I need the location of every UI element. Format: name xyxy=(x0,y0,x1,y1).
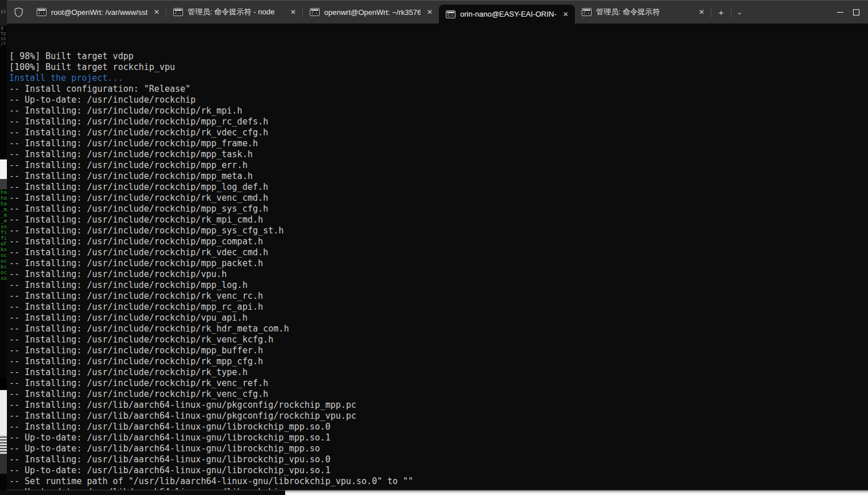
background-bottom-strip xyxy=(0,490,868,495)
terminal-line: -- Installing: /usr/include/rockchip/rk_… xyxy=(9,247,868,258)
terminal-line: -- Installing: /usr/include/rockchip/rk_… xyxy=(9,193,868,204)
terminal-line: -- Set runtime path of "/usr/lib/aarch64… xyxy=(9,476,868,487)
background-dark-window-edge xyxy=(0,490,285,495)
terminal-line: -- Installing: /usr/include/rockchip/rk_… xyxy=(9,356,868,367)
terminal-line: -- Installing: /usr/lib/aarch64-linux-gn… xyxy=(9,400,868,411)
minimize-icon xyxy=(837,12,843,13)
terminal-line: -- Up-to-date: /usr/lib/aarch64-linux-gn… xyxy=(9,465,868,476)
terminal-line: -- Install configuration: "Release" xyxy=(9,84,868,95)
terminal-line: [ 98%] Built target vdpp xyxy=(9,51,868,62)
background-text-fragment: ko xyxy=(0,247,7,252)
terminal-line: -- Installing: /usr/include/rockchip/rk_… xyxy=(9,378,868,389)
terminal-line: -- Installing: /usr/include/rockchip/mpp… xyxy=(9,280,868,291)
tab-root-openwrt[interactable]: C:\ root@OpenWrt: /var/www/sstv ✕ xyxy=(30,1,166,24)
terminal-line: -- Installing: /usr/include/rockchip/rk_… xyxy=(9,323,868,334)
background-text-fragment: ss xyxy=(0,36,7,41)
tab-close-icon[interactable]: ✕ xyxy=(152,7,161,17)
background-sliver-segment xyxy=(0,454,7,474)
cmd-prompt-icon: C:\ xyxy=(37,8,46,16)
background-text-fragment: oc xyxy=(0,252,7,258)
tab-admin-cmd[interactable]: C:\ 管理员: 命令提示符 ✕ xyxy=(575,1,711,24)
background-text-fragment: ha xyxy=(0,201,7,206)
terminal-line: -- Up-to-date: /usr/lib/aarch64-linux-gn… xyxy=(9,487,868,490)
tab-dropdown-chevron-icon[interactable]: ⌄ xyxy=(731,1,748,24)
terminal-line: -- Installing: /usr/include/rockchip/rk_… xyxy=(9,334,868,345)
background-sliver-segment xyxy=(0,435,7,454)
terminal-line: -- Installing: /usr/include/rockchip/rk_… xyxy=(9,389,868,400)
terminal-line: -- Installing: /usr/include/rockchip/rk_… xyxy=(9,215,868,225)
background-text-fragment: so xyxy=(0,275,7,281)
new-tab-button[interactable]: + xyxy=(711,1,731,24)
tab-title: 管理员: 命令提示符 - node xyxy=(188,7,284,17)
background-sliver-segment: si xyxy=(0,0,7,26)
terminal-line: -- Installing: /usr/include/rockchip/mpp… xyxy=(9,182,868,193)
background-text-fragment: _m xyxy=(0,206,7,212)
terminal-line: -- Installing: /usr/include/rockchip/rk_… xyxy=(9,127,868,138)
terminal-line: -- Installing: /usr/include/rockchip/rk_… xyxy=(9,291,868,302)
background-text-fragment: si xyxy=(0,0,7,24)
tab-openwrt-rk3576[interactable]: C:\ openwrt@OpenWrt: ~/rk3576- ✕ xyxy=(303,1,439,24)
background-text-fragment: kc xyxy=(0,264,7,270)
terminal-line: -- Installing: /usr/include/rockchip/rk_… xyxy=(9,367,868,378)
terminal-window: C:\ root@OpenWrt: /var/www/sstv ✕ C:\ 管理… xyxy=(7,0,868,490)
terminal-line: -- Installing: /usr/include/rockchip/mpp… xyxy=(9,236,868,247)
terminal-line: -- Installing: /usr/include/rockchip/rk_… xyxy=(9,106,868,116)
terminal-line: -- Installing: /usr/include/rockchip/mpp… xyxy=(9,149,868,160)
terminal-line: -- Installing: /usr/lib/aarch64-linux-gn… xyxy=(9,422,868,432)
terminal-line: -- Up-to-date: /usr/lib/aarch64-linux-gn… xyxy=(9,432,868,443)
background-text-fragment: fi xyxy=(0,229,7,235)
cmd-prompt-icon: C:\ xyxy=(446,10,456,18)
tab-bar: C:\ root@OpenWrt: /var/www/sstv ✕ C:\ 管理… xyxy=(7,0,868,24)
terminal-line: -- Installing: /usr/include/rockchip/vpu… xyxy=(9,313,868,323)
terminal-line: -- Installing: /usr/include/rockchip/mpp… xyxy=(9,258,868,269)
background-light-window-edge xyxy=(285,490,868,495)
background-text-fragment: _m xyxy=(0,218,7,224)
terminal-line: [100%] Built target rockchip_vpu xyxy=(9,62,868,73)
background-sliver-segment xyxy=(0,179,7,189)
terminal-line: -- Installing: /usr/include/rockchip/vpu… xyxy=(9,269,868,280)
tab-orin-nano-active[interactable]: C:\ orin-nano@EASY-EAI-ORIN-N ✕ xyxy=(439,5,575,24)
terminal-line: -- Installing: /usr/include/rockchip/mpp… xyxy=(9,302,868,313)
cmd-prompt-icon: C:\ xyxy=(310,8,320,16)
maximize-icon xyxy=(853,9,859,15)
titlebar-drag-area xyxy=(748,1,827,24)
cmd-prompt-icon: C:\ xyxy=(173,8,183,16)
terminal-line: -- Up-to-date: /usr/lib/aarch64-linux-gn… xyxy=(9,443,868,454)
terminal-line: -- Installing: /usr/include/rockchip/mpp… xyxy=(9,225,868,236)
terminal-line: -- Installing: /usr/include/rockchip/mpp… xyxy=(9,345,868,356)
cmd-prompt-icon: C:\ xyxy=(582,8,591,16)
background-text-fragment: eF xyxy=(0,241,7,247)
background-text-fragment: /r xyxy=(0,41,7,46)
background-sliver-segment: hahaha_m_m_msofifieFkoocockcocso xyxy=(0,189,7,379)
minimize-button[interactable] xyxy=(827,1,853,24)
tab-title: openwrt@OpenWrt: ~/rk3576- xyxy=(324,8,421,17)
background-text-fragment: oc xyxy=(0,258,7,264)
tab-close-icon[interactable]: ✕ xyxy=(561,10,570,19)
tab-close-icon[interactable]: ✕ xyxy=(289,7,298,17)
admin-shield-icon xyxy=(7,1,30,24)
terminal-line: -- Installing: /usr/include/rockchip/mpp… xyxy=(9,204,868,215)
tab-admin-cmd-node[interactable]: C:\ 管理员: 命令提示符 - node ✕ xyxy=(166,1,302,24)
tab-close-icon[interactable]: ✕ xyxy=(697,7,706,17)
terminal-line: -- Installing: /usr/include/rockchip/mpp… xyxy=(9,171,868,182)
background-sliver-segment: dtyss/r xyxy=(0,26,7,159)
background-text-fragment: d xyxy=(0,26,7,31)
background-text-fragment: ha xyxy=(0,195,7,201)
terminal-line: -- Installing: /usr/lib/aarch64-linux-gn… xyxy=(9,454,868,465)
background-text-fragment: _m xyxy=(0,212,7,218)
background-sliver-segment xyxy=(0,390,7,435)
terminal-line: -- Installing: /usr/include/rockchip/mpp… xyxy=(9,138,868,149)
background-text-fragment: ty xyxy=(0,31,7,36)
tab-title: root@OpenWrt: /var/www/sstv xyxy=(51,8,147,17)
background-window-sliver: si dtyss/r hahaha_m_m_msofifieFkoocockco… xyxy=(0,0,7,495)
background-sliver-segment xyxy=(0,159,7,179)
terminal-line: -- Up-to-date: /usr/include/rockchip xyxy=(9,95,868,106)
background-text-fragment: so xyxy=(0,224,7,229)
terminal-output[interactable]: [ 98%] Built target vdpp[100%] Built tar… xyxy=(7,24,868,490)
background-text-fragment: fi xyxy=(0,235,7,241)
tab-close-icon[interactable]: ✕ xyxy=(425,7,434,17)
tab-title: orin-nano@EASY-EAI-ORIN-N xyxy=(460,10,556,18)
background-text-fragment: oc xyxy=(0,270,7,275)
tab-title: 管理员: 命令提示符 xyxy=(596,7,692,17)
maximize-button[interactable] xyxy=(853,1,868,24)
